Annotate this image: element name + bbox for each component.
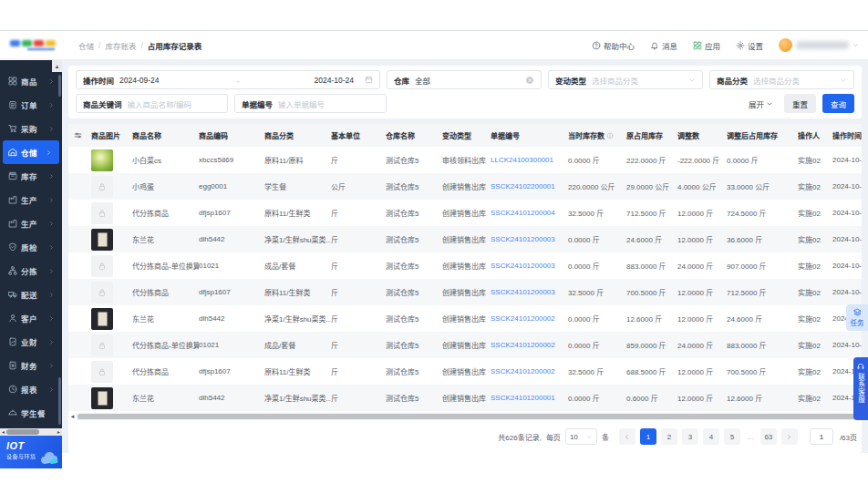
search-button[interactable]: 查询: [822, 94, 854, 113]
cell-adjust: -222.0000 斤: [677, 155, 727, 165]
product-image[interactable]: [91, 149, 113, 171]
cell-doc_no: SSCK24101200001: [491, 394, 568, 402]
category-filter[interactable]: 商品分类 选择商品分类: [709, 70, 854, 89]
table-body: 小白菜csxbccs5869原料11/原料斤测试仓库5审核领料出库LLCK241…: [68, 147, 862, 411]
doc-no-link[interactable]: SSCK24101200002: [491, 367, 555, 375]
category-label: 商品分类: [717, 75, 748, 86]
scroll-left-icon[interactable]: ◄: [68, 414, 77, 419]
product-image[interactable]: [91, 255, 113, 277]
sidebar-vertical-scrollbar[interactable]: [58, 75, 61, 97]
settings-button[interactable]: 设置: [736, 40, 763, 51]
page-size-select[interactable]: 10: [565, 428, 597, 445]
user-menu[interactable]: [779, 38, 859, 52]
sidebar-scroll-up[interactable]: ▲: [52, 60, 62, 72]
sidebar-item-label: 订单: [21, 99, 37, 110]
cell-adjust: 24.0000 斤: [677, 261, 727, 271]
contact-service-widget[interactable]: 联系客服: [853, 357, 868, 420]
scrollbar-thumb[interactable]: [6, 429, 39, 435]
breadcrumb-item[interactable]: 仓储: [78, 40, 94, 51]
task-widget[interactable]: 任务: [846, 304, 868, 331]
info-icon[interactable]: [606, 132, 614, 139]
sidebar-item-采购[interactable]: 采购: [0, 117, 62, 140]
next-page-button[interactable]: [781, 428, 798, 445]
reset-button[interactable]: 重置: [784, 94, 816, 113]
prev-page-button[interactable]: [619, 428, 636, 445]
cell-op_time: 2024-10-1: [832, 235, 862, 243]
page-button-5[interactable]: 5: [724, 428, 740, 445]
cell-unit: 斤: [331, 393, 386, 403]
table-row: 代分拣商品dfjsp1607原料11/生鲜类斤测试仓库5创建销售出库SSCK24…: [68, 200, 862, 226]
page-button-2[interactable]: 2: [661, 428, 677, 445]
product-image[interactable]: [91, 361, 113, 383]
sidebar-item-生产[interactable]: 生产: [0, 188, 62, 211]
cell-code: egg0001: [199, 182, 264, 190]
doc-no-filter[interactable]: 单据编号 输入单据编号: [234, 94, 387, 113]
scroll-right-icon[interactable]: ►: [56, 428, 62, 436]
sidebar-item-仓储[interactable]: 仓储: [3, 140, 59, 164]
doc-no-link[interactable]: SSCK24101200002: [491, 314, 555, 323]
page-button-3[interactable]: 3: [682, 428, 698, 445]
product-image[interactable]: [91, 282, 113, 303]
expand-button[interactable]: 展开: [749, 98, 773, 109]
cell-warehouse: 测试仓库5: [386, 287, 442, 297]
iot-banner[interactable]: IOT 设备与环境: [0, 436, 62, 468]
sidebar-item-业财[interactable]: 业财: [0, 330, 62, 354]
product-image[interactable]: [91, 229, 113, 251]
scroll-left-icon[interactable]: ◄: [0, 428, 6, 436]
change-type-filter[interactable]: 变动类型 选择商品分类: [548, 70, 703, 89]
sidebar-item-客户[interactable]: 客户: [0, 306, 62, 330]
apps-button[interactable]: 应用: [693, 40, 720, 51]
messages-button[interactable]: 消息: [650, 40, 677, 51]
page-button-63[interactable]: 63: [760, 428, 777, 445]
cell-original_occupied: 12.6000 斤: [626, 314, 677, 324]
page-jump-input[interactable]: [810, 428, 833, 445]
sidebar-item-报表[interactable]: 报表: [0, 377, 62, 401]
sidebar-item-学生餐[interactable]: 学生餐: [0, 401, 62, 425]
product-image[interactable]: [91, 387, 113, 409]
chevron-right-icon: [48, 221, 55, 227]
doc-no-link[interactable]: SSCK24101200002: [491, 341, 555, 349]
chevron-right-icon: [48, 363, 55, 369]
sidebar-horizontal-scrollbar[interactable]: ◄ ►: [0, 428, 62, 436]
doc-no-link[interactable]: SSCK24101200004: [491, 209, 555, 217]
doc-no-link[interactable]: SSCK24101200003: [491, 288, 555, 296]
sidebar-vertical-scrollbar[interactable]: [58, 377, 61, 425]
product-image[interactable]: [91, 334, 113, 356]
scrollbar-track[interactable]: [77, 413, 862, 420]
sidebar-item-商品[interactable]: 商品: [0, 69, 62, 93]
sidebar-item-质检[interactable]: 质检: [0, 235, 62, 259]
sidebar-item-订单[interactable]: 订单: [0, 93, 62, 117]
product-image[interactable]: [91, 176, 113, 198]
warehouse-filter[interactable]: 仓库 全部: [387, 70, 542, 89]
cell-op_time: 2024-10-2: [832, 182, 862, 190]
doc-no-link[interactable]: SSCK24101200003: [491, 262, 555, 270]
sidebar-item-配送[interactable]: 配送: [0, 283, 62, 306]
sidebar-item-生产[interactable]: 生产: [0, 211, 62, 235]
breadcrumb-item[interactable]: 库存账表: [105, 40, 136, 51]
page-button-4[interactable]: 4: [703, 428, 719, 445]
cell-unit: 斤: [331, 340, 386, 350]
column-header: 调整后占用库存: [727, 130, 798, 140]
sidebar-item-财务[interactable]: 财务: [0, 354, 62, 377]
doc-no-link[interactable]: SSCK24102200001: [491, 182, 555, 190]
clear-icon[interactable]: [525, 76, 534, 85]
sidebar-item-库存[interactable]: 库存: [0, 164, 62, 188]
product-image[interactable]: [91, 202, 113, 224]
cell-doc_no: SSCK24101200003: [491, 288, 568, 296]
keyword-filter[interactable]: 商品关键词 输入商品名称/编码: [76, 94, 228, 113]
doc-no-link[interactable]: SSCK24101200003: [491, 235, 555, 243]
logo-blocks: [10, 40, 56, 46]
cell-change_type: 创建销售出库: [442, 261, 491, 271]
doc-no-link[interactable]: LLCK24100300001: [491, 156, 553, 164]
scrollbar-thumb[interactable]: [78, 414, 859, 419]
help-center-button[interactable]: 帮助中心: [592, 40, 635, 51]
doc-no-link[interactable]: SSCK24101200001: [491, 394, 555, 402]
date-range-filter[interactable]: 操作时间 2024-09-24 → 2024-10-24: [76, 70, 380, 89]
sidebar-item-分拣[interactable]: 分拣: [0, 259, 62, 283]
table-row: 东兰花dlh5442净菜1/生鲜shu菜类...斤测试仓库5创建销售出库SSCK…: [68, 305, 862, 332]
product-image[interactable]: [91, 308, 113, 330]
column-settings-icon[interactable]: [74, 131, 82, 139]
cell-after_occupied: 883.0000 斤: [727, 340, 798, 350]
table-horizontal-scrollbar[interactable]: ◄: [68, 412, 862, 420]
page-button-1[interactable]: 1: [640, 428, 656, 445]
